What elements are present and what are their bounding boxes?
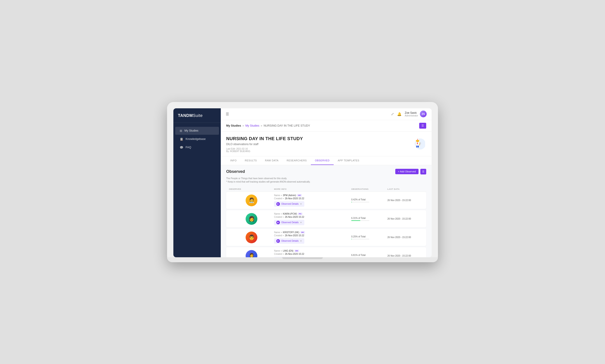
tab-researchers[interactable]: RESEARCHERS bbox=[283, 156, 311, 165]
breadcrumb-link[interactable]: My Studies bbox=[245, 124, 259, 127]
details-icon: ▶ bbox=[276, 239, 280, 243]
sidebar-item-knowledgebase[interactable]: 📋 Knowledgebase bbox=[175, 135, 219, 143]
observed-details-button[interactable]: ▶ Observed Details ▼ bbox=[274, 201, 304, 207]
observed-section: Observed + Add Observed ☰ The People or … bbox=[221, 165, 432, 257]
sidebar-item-label: Knowledgebase bbox=[185, 137, 206, 141]
created-line: Created » 26-Nov-2020 15:22 bbox=[274, 216, 351, 218]
breadcrumb-sep2: » bbox=[261, 124, 262, 127]
nurse-illustration-svg bbox=[409, 136, 425, 152]
col-last-data: LAST DATA bbox=[387, 188, 423, 190]
observed-details-button[interactable]: ▶ Observed Details ▼ bbox=[274, 257, 304, 257]
svg-rect-6 bbox=[417, 145, 417, 148]
breadcrumb-root: My Studies bbox=[226, 124, 241, 127]
name-line: Name » KIARA (PCW) PC bbox=[274, 213, 351, 215]
avatar-cell: 👩‍⚕️ bbox=[229, 250, 274, 257]
hamburger-button[interactable]: ☰ bbox=[226, 112, 229, 116]
tab-app-templates[interactable]: APP TEMPLATES bbox=[334, 156, 363, 165]
sidebar-item-my-studies[interactable]: ⊞ My Studies bbox=[175, 127, 219, 135]
breadcrumb-current: NURSING DAY IN THE LIFE STUDY bbox=[264, 124, 310, 127]
study-by: By: ROBERT BUEHRIG bbox=[226, 150, 303, 153]
last-data-cell: 26 Nov 2020 - 15:22:00 bbox=[387, 218, 423, 220]
studies-icon: ⊞ bbox=[180, 129, 182, 132]
user-name: Zoe Savic bbox=[405, 111, 418, 114]
last-data-cell: 26 Nov 2020 - 15:22:00 bbox=[387, 255, 423, 257]
sidebar-item-label: My Studies bbox=[184, 129, 198, 132]
topbar-left: ☰ bbox=[226, 112, 229, 116]
avatar-cell: 👩 bbox=[229, 213, 274, 225]
breadcrumb: My Studies » My Studies » NURSING DAY IN… bbox=[226, 124, 310, 127]
col-observations: OBSERVATIONS bbox=[351, 188, 387, 190]
svg-rect-3 bbox=[417, 139, 418, 140]
observed-details-button[interactable]: ▶ Observed Details ▼ bbox=[274, 220, 304, 225]
menu-button[interactable]: ☰ bbox=[419, 123, 426, 129]
progress-bar-wrap bbox=[351, 202, 369, 202]
more-info-cell: Name » KRISTOFF (HK) HK Created » 26-Nov… bbox=[274, 231, 351, 244]
laptop-notch bbox=[282, 257, 323, 259]
svg-rect-5 bbox=[417, 143, 418, 144]
svg-rect-7 bbox=[418, 145, 419, 148]
pct-text: 0.25% of Total bbox=[351, 235, 387, 238]
observed-rows-container: 🧑‍⚕️ Name » 3PM (Admin) AD Created » 26-… bbox=[226, 192, 426, 257]
table-header: OBSERVED MORE INFO OBSERVATIONS LAST DAT… bbox=[226, 187, 426, 192]
sidebar-item-faq[interactable]: 💬 FAQ bbox=[175, 143, 219, 151]
observed-avatar: 👩 bbox=[246, 213, 257, 225]
laptop-screen: TANDMSuite ⊞ My Studies 📋 Knowledgebase … bbox=[173, 108, 432, 257]
created-line: Created » 26-Nov-2020 15:22 bbox=[274, 234, 351, 237]
col-more-info: MORE INFO bbox=[274, 188, 351, 190]
user-text: Zoe Savic Administrator bbox=[405, 111, 418, 117]
kb-icon: 📋 bbox=[180, 137, 183, 141]
progress-bar bbox=[351, 202, 352, 202]
table-row: 👨 Name » KRISTOFF (HK) HK Created » 26-N… bbox=[226, 229, 426, 246]
name-line: Name » KRISTOFF (HK) HK bbox=[274, 231, 351, 234]
chevron-down-icon: ▼ bbox=[300, 240, 302, 242]
tab-observed[interactable]: OBSERVED bbox=[311, 156, 334, 165]
observations-cell: 0.42% of Total bbox=[351, 198, 387, 202]
study-last-edit: Last Edit: 2021-02-16 bbox=[226, 148, 303, 150]
name-line: Name » LING (EN) EN bbox=[274, 250, 351, 252]
tab-results[interactable]: RESULTS bbox=[241, 156, 261, 165]
content-area: My Studies » My Studies » NURSING DAY IN… bbox=[221, 120, 432, 257]
observed-avatar: 👩‍⚕️ bbox=[246, 250, 257, 257]
laptop-frame: TANDMSuite ⊞ My Studies 📋 Knowledgebase … bbox=[167, 102, 438, 262]
study-header: NURSING DAY IN THE LIFE STUDY DILO obser… bbox=[221, 131, 432, 156]
user-role: Administrator bbox=[405, 114, 418, 117]
more-info-cell: Name » KIARA (PCW) PC Created » 26-Nov-2… bbox=[274, 213, 351, 225]
logo-text: TANDMSuite bbox=[178, 113, 216, 118]
tab-raw-data[interactable]: RAW DATA bbox=[261, 156, 283, 165]
details-icon: ▶ bbox=[276, 221, 280, 224]
chevron-down-icon: ▼ bbox=[300, 221, 302, 224]
observations-cell: 6.31% of Total bbox=[351, 217, 387, 221]
pct-text: 6.31% of Total bbox=[351, 217, 387, 219]
col-observed: OBSERVED bbox=[229, 188, 274, 190]
table-row: 🧑‍⚕️ Name » 3PM (Admin) AD Created » 26-… bbox=[226, 192, 426, 209]
observations-cell: 6.81% of Total bbox=[351, 254, 387, 257]
study-subtitle: DILO observations for staff bbox=[226, 143, 303, 146]
observed-description: The People or Things that have been obse… bbox=[226, 177, 426, 183]
progress-bar-wrap bbox=[351, 220, 369, 221]
logo: TANDMSuite bbox=[173, 108, 221, 123]
tab-info[interactable]: INFO bbox=[226, 156, 241, 165]
observed-details-button[interactable]: ▶ Observed Details ▼ bbox=[274, 238, 304, 244]
progress-bar bbox=[351, 220, 360, 221]
add-observed-button[interactable]: + Add Observed bbox=[395, 169, 419, 174]
main-area: ☰ ⤢ 🔔 Zoe Savic Administrator ZS bbox=[221, 108, 432, 257]
chevron-down-icon: ▼ bbox=[300, 203, 302, 205]
created-line: Created » 26-Nov-2020 15:22 bbox=[274, 197, 351, 200]
sidebar: TANDMSuite ⊞ My Studies 📋 Knowledgebase … bbox=[173, 108, 221, 257]
observed-menu-button[interactable]: ☰ bbox=[420, 169, 426, 174]
faq-icon: 💬 bbox=[180, 146, 183, 149]
pct-text: 6.81% of Total bbox=[351, 254, 387, 256]
last-data-cell: 26 Nov 2020 - 15:22:00 bbox=[387, 236, 423, 238]
bell-icon[interactable]: 🔔 bbox=[397, 112, 402, 116]
observed-avatar: 👨 bbox=[246, 232, 257, 243]
table-row: 👩 Name » KIARA (PCW) PC Created » 26-Nov… bbox=[226, 210, 426, 227]
progress-bar-wrap bbox=[351, 239, 369, 239]
observed-actions: + Add Observed ☰ bbox=[395, 169, 426, 174]
sidebar-item-label: FAQ bbox=[185, 146, 191, 149]
fullscreen-icon[interactable]: ⤢ bbox=[391, 112, 394, 116]
details-icon: ▶ bbox=[276, 202, 280, 206]
sidebar-nav: ⊞ My Studies 📋 Knowledgebase 💬 FAQ bbox=[173, 123, 221, 156]
observed-header: Observed + Add Observed ☰ bbox=[226, 169, 426, 174]
study-title: NURSING DAY IN THE LIFE STUDY bbox=[226, 136, 303, 141]
user-info: Zoe Savic Administrator ZS bbox=[405, 111, 427, 117]
